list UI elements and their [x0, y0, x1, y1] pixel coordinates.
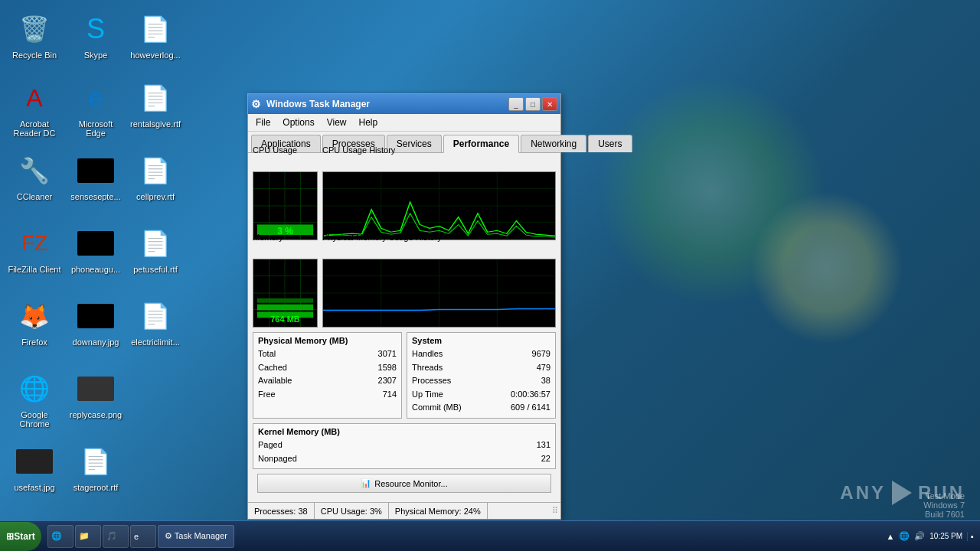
usefast-icon — [16, 443, 53, 480]
anyrun-line2: Windows 7 — [923, 500, 965, 510]
desktop-icon-stageroot[interactable]: 📄 stageroot.rtf — [65, 440, 126, 495]
firefox-label: Firefox — [21, 337, 47, 347]
stats-panels-row: Physical Memory (MB) Total 3071 Cached 1… — [253, 332, 556, 419]
desktop-icon-cellprev[interactable]: 📄 cellprev.rtf — [125, 149, 186, 204]
nonpaged-val: 22 — [541, 452, 550, 466]
memory-label: Memory — [253, 233, 283, 242]
handles-row: Handles 9679 — [412, 347, 550, 361]
anyrun-line3: Build 7601 — [923, 510, 965, 519]
phys-mem-total-val: 3071 — [378, 347, 397, 361]
phys-mem-total-label: Total — [258, 347, 276, 361]
petuseful-icon: 📄 — [137, 225, 174, 262]
anyrun-text: ANY — [840, 482, 886, 504]
cellprev-label: cellprev.rtf — [136, 192, 175, 201]
minimize-button[interactable]: _ — [508, 97, 524, 111]
sensesepte-icon — [77, 152, 114, 189]
handles-label: Handles — [412, 347, 443, 361]
tray-clock[interactable]: 10:25 PM — [929, 531, 962, 542]
nonpaged-row: Nonpaged 22 — [258, 452, 550, 466]
tray-show-desktop[interactable]: ▪ — [967, 532, 974, 541]
tab-users[interactable]: Users — [588, 135, 632, 152]
desktop-icon-acrobat[interactable]: A Acrobat Reader DC — [4, 77, 65, 141]
task-manager-title: Windows Task Manager — [266, 99, 505, 109]
desktop-icon-chrome[interactable]: 🌐 Google Chrome — [4, 367, 65, 432]
desktop-icon-electriclimit[interactable]: 📄 electriclimit... — [125, 295, 186, 350]
ccleaner-label: CCleaner — [17, 192, 52, 201]
tray-expand[interactable]: ▲ — [886, 532, 894, 541]
phys-mem-available-row: Available 2307 — [258, 374, 397, 388]
memory-charts-row: Memory — [253, 245, 556, 328]
phys-mem-free-val: 714 — [383, 388, 397, 402]
filezilla-icon: FZ — [16, 225, 53, 262]
howeverlog-icon: 📄 — [137, 11, 174, 47]
phys-mem-total-row: Total 3071 — [258, 347, 397, 361]
tray-network-icon[interactable]: 🌐 — [899, 531, 910, 541]
menu-view[interactable]: View — [322, 116, 351, 129]
taskbar-tray: ▲ 🌐 🔊 10:25 PM ▪ — [880, 531, 980, 542]
replycase-label: replycase.png — [70, 410, 122, 419]
status-processes: Processes: 38 — [248, 503, 315, 519]
nonpaged-label: Nonpaged — [258, 452, 297, 466]
desktop-icon-rentalsgive[interactable]: 📄 rentalsgive.rtf — [125, 77, 186, 132]
phys-mem-free-row: Free 714 — [258, 388, 397, 402]
desktop-icon-recycle-bin[interactable]: 🗑️ Recycle Bin — [4, 8, 65, 63]
desktop-icon-edge[interactable]: e Microsoft Edge — [65, 77, 126, 141]
cpu-usage-section: CPU Usage 3 % — [253, 158, 318, 240]
menu-options[interactable]: Options — [278, 116, 318, 129]
chrome-label: Google Chrome — [7, 410, 62, 429]
desktop-icon-replycase[interactable]: replycase.png — [65, 367, 126, 422]
tab-networking[interactable]: Networking — [521, 135, 586, 152]
taskbar-edge-icon[interactable]: e — [130, 525, 156, 548]
desktop-icon-filezilla[interactable]: FZ FileZilla Client — [4, 222, 65, 277]
cpu-history-chart — [322, 171, 556, 240]
taskbar-ie-icon[interactable]: 🌐 — [47, 525, 74, 548]
edge-icon: e — [77, 80, 114, 116]
memory-chart: 764 MB — [253, 259, 318, 328]
taskbar-taskmgr-icon[interactable]: ⚙ Task Manager — [158, 525, 234, 548]
paged-val: 131 — [537, 439, 550, 452]
processes-label: Processes — [412, 374, 451, 388]
taskbar-media-icon[interactable]: 🎵 — [103, 525, 129, 548]
phys-memory-title: Physical Memory (MB) — [258, 336, 397, 345]
commit-label: Commit (MB) — [412, 401, 462, 415]
cellprev-icon: 📄 — [137, 152, 174, 189]
desktop-icon-skype[interactable]: S Skype — [65, 8, 126, 63]
cpu-charts-row: CPU Usage 3 % — [253, 158, 556, 240]
skype-label: Skype — [84, 51, 108, 60]
cpu-history-label: CPU Usage History — [322, 145, 395, 155]
taskbar-explorer-icon[interactable]: 📁 — [75, 525, 101, 548]
sensesepte-label: sensesepte... — [70, 192, 120, 201]
phoneaugu-icon — [77, 225, 114, 262]
desktop-icon-howeverlog[interactable]: 📄 howeverlog... — [125, 8, 186, 63]
status-cpu: CPU Usage: 3% — [315, 503, 389, 519]
desktop-icon-phoneaugu[interactable]: phoneaugu... — [65, 222, 126, 277]
phys-mem-available-val: 2307 — [378, 374, 397, 388]
phys-mem-available-label: Available — [258, 374, 292, 388]
desktop-icon-petuseful[interactable]: 📄 petuseful.rtf — [125, 222, 186, 277]
desktop-icon-ccleaner[interactable]: 🔧 CCleaner — [4, 149, 65, 204]
acrobat-icon: A — [16, 80, 53, 116]
handles-val: 9679 — [532, 347, 550, 361]
usefast-label: usefast.jpg — [14, 483, 54, 492]
cpu-usage-chart: 3 % — [253, 171, 318, 240]
phys-mem-history-label: Physical Memory Usage History — [322, 233, 442, 242]
desktop-icon-sensesepte[interactable]: sensesepte... — [65, 149, 126, 204]
close-button[interactable]: ✕ — [542, 97, 557, 111]
status-memory: Physical Memory: 24% — [389, 503, 488, 519]
desktop-icon-usefast[interactable]: usefast.jpg — [4, 440, 65, 495]
acrobat-label: Acrobat Reader DC — [7, 119, 62, 138]
recycle-bin-icon: 🗑️ — [16, 11, 53, 47]
tab-performance[interactable]: Performance — [443, 135, 519, 153]
desktop-icon-downany[interactable]: downany.jpg — [65, 295, 126, 350]
start-button[interactable]: ⊞ Start — [0, 522, 41, 551]
menu-file[interactable]: File — [251, 116, 275, 129]
tray-volume-icon[interactable]: 🔊 — [914, 531, 925, 541]
threads-val: 479 — [537, 361, 550, 375]
threads-row: Threads 479 — [412, 361, 550, 375]
menu-help[interactable]: Help — [354, 116, 383, 129]
phys-mem-history-svg — [323, 259, 555, 327]
resource-monitor-button[interactable]: 📊 Resource Monitor... — [257, 474, 551, 493]
desktop-icon-firefox[interactable]: 🦊 Firefox — [4, 295, 65, 350]
task-manager-icon: ⚙ — [251, 98, 263, 110]
maximize-button[interactable]: □ — [525, 97, 541, 111]
